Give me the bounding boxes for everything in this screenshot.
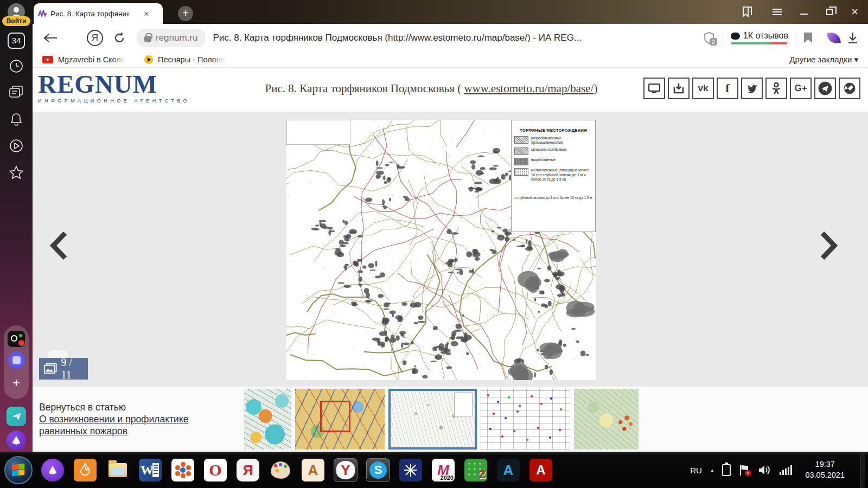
- reviews-count: 1К отзывов: [743, 31, 788, 41]
- browser-toolbar: Я regnum.ru Рис. 8. Карта торфяников Под…: [33, 24, 868, 52]
- add-app-button[interactable]: +: [8, 374, 25, 391]
- browser-tab[interactable]: Рис. 8. Карта торфяник ×: [34, 3, 163, 24]
- tab-counter[interactable]: 34: [8, 33, 25, 49]
- heading-text: Рис. 8. Карта торфяников Подмосковья (: [265, 82, 464, 95]
- taskbar-skype-active[interactable]: S: [367, 459, 390, 481]
- peat-map-image[interactable]: ТОРФЯНЫЕ МЕСТОРОЖДЕНИЯ разрабатываемые п…: [286, 120, 596, 380]
- mathcad-year: 2020: [441, 474, 454, 481]
- legend-swatch: [514, 147, 528, 155]
- taskbar-yandex-app-active[interactable]: Y: [334, 459, 357, 481]
- google-plus-icon: G+: [794, 83, 807, 94]
- minimize-button[interactable]: [800, 14, 808, 15]
- menu-icon[interactable]: [773, 7, 782, 17]
- clock[interactable]: 19:37 03.05.2021: [801, 459, 849, 480]
- taskbar-explorer[interactable]: [106, 459, 129, 481]
- divider: [723, 31, 723, 45]
- taskbar-paint[interactable]: [269, 459, 292, 481]
- bookmarks-bar: Mgzavrebi в Сколк Песняры - Полоне Други…: [33, 52, 868, 68]
- tab-close-icon[interactable]: ×: [144, 9, 149, 18]
- thumbnail-weather-map[interactable]: [244, 389, 291, 450]
- yandex-home-button[interactable]: Я: [87, 30, 103, 46]
- thumbnail-moscow-map[interactable]: [574, 389, 639, 450]
- back-button[interactable]: [43, 33, 58, 43]
- share-vk-button[interactable]: vk: [692, 78, 714, 99]
- previous-image-button[interactable]: [48, 230, 69, 261]
- taskbar-autocad[interactable]: A: [302, 459, 324, 481]
- article-link[interactable]: О возникновении и профилактике равнинных…: [39, 414, 213, 438]
- taskbar-flame-app[interactable]: [74, 459, 97, 481]
- back-to-article: Вернуться в статью О возникновении и про…: [39, 402, 213, 438]
- close-button[interactable]: ×: [851, 7, 858, 17]
- thumbnail-scatter-charts[interactable]: [481, 389, 570, 450]
- refresh-button[interactable]: [113, 31, 126, 44]
- workspace-app-icon[interactable]: [8, 351, 25, 369]
- language-indicator[interactable]: RU: [690, 466, 702, 475]
- taskbar-mathcad[interactable]: M2020: [432, 459, 455, 481]
- heading-source-link[interactable]: www.estometo.ru/map/base/: [464, 82, 593, 95]
- chevron-down-icon: ▾: [854, 55, 858, 64]
- next-image-button[interactable]: [818, 230, 840, 261]
- alice-assistant-icon[interactable]: [7, 431, 26, 450]
- taskbar-word[interactable]: W: [139, 459, 162, 481]
- volume-icon[interactable]: [758, 465, 771, 476]
- restore-button[interactable]: [826, 9, 833, 15]
- taskbar-autodesk[interactable]: A: [497, 459, 520, 481]
- protect-badge: 2: [710, 38, 717, 46]
- hidden-icons-arrow[interactable]: ▴: [711, 467, 714, 474]
- gallery-footer: Вернуться в статью О возникновении и про…: [33, 387, 868, 452]
- youtube-icon: [42, 56, 53, 63]
- notifications-bell-icon[interactable]: [8, 111, 25, 128]
- tab-favicon: [38, 10, 47, 17]
- mini-legend: [454, 393, 473, 416]
- share-odnoklassniki-button[interactable]: [765, 78, 787, 99]
- taskbar-snowflake-app[interactable]: [399, 459, 422, 481]
- battery-icon[interactable]: [722, 464, 731, 476]
- thumbnail-region-map[interactable]: [295, 389, 385, 450]
- share-livejournal-button[interactable]: [839, 78, 860, 99]
- taskbar-acrobat[interactable]: A: [529, 459, 552, 481]
- address-bar[interactable]: regnum.ru: [137, 29, 205, 47]
- collections-icon[interactable]: [741, 6, 754, 18]
- video-play-icon[interactable]: [8, 137, 25, 155]
- notes-icon[interactable]: [8, 84, 25, 101]
- bookmark-flag-icon[interactable]: [804, 33, 812, 43]
- new-tab-button[interactable]: +: [178, 6, 193, 21]
- downloads-icon[interactable]: [847, 32, 858, 44]
- bookmark-item-youtube[interactable]: Mgzavrebi в Сколк: [42, 55, 126, 64]
- messenger-icon[interactable]: [7, 407, 26, 426]
- reviews-widget[interactable]: 1К отзывов: [731, 31, 788, 44]
- login-badge[interactable]: Войти: [2, 16, 30, 26]
- protect-shield-icon[interactable]: 2: [703, 31, 715, 44]
- share-telegram-button[interactable]: [814, 78, 836, 99]
- fullscreen-button[interactable]: [643, 78, 665, 99]
- network-signal-icon[interactable]: [780, 465, 792, 475]
- favorites-star-icon[interactable]: [8, 164, 25, 181]
- other-bookmarks-button[interactable]: Другие закладки ▾: [789, 55, 858, 65]
- start-button[interactable]: [4, 456, 33, 484]
- download-image-button[interactable]: [668, 78, 690, 99]
- share-facebook-button[interactable]: f: [717, 78, 738, 99]
- screen-recorder-icon[interactable]: [8, 331, 25, 347]
- taskbar-picpick[interactable]: [171, 459, 194, 481]
- tray-time: 19:37: [815, 460, 835, 468]
- image-counter-badge: 9 / 11: [39, 358, 88, 380]
- regnum-logo[interactable]: REGNUM ИНФОРМАЦИОННОЕ АГЕНТСТВО: [38, 71, 201, 104]
- history-icon[interactable]: [8, 57, 25, 75]
- screen: Рис. 8. Карта торфяник × + × Я regnum.ru…: [0, 0, 868, 488]
- share-twitter-button[interactable]: [741, 78, 763, 99]
- taskbar-lego-app[interactable]: 2: [464, 459, 487, 481]
- action-center-flag-icon[interactable]: ×: [739, 465, 749, 476]
- snowflake-icon: [404, 463, 418, 477]
- taskbar-alice[interactable]: [41, 459, 64, 481]
- thumbnail-peat-map-selected[interactable]: [388, 389, 477, 450]
- show-desktop-button[interactable]: [860, 452, 865, 488]
- browser-titlebar: Рис. 8. Карта торфяник × + ×: [33, 0, 868, 24]
- taskbar-opera[interactable]: O: [204, 459, 227, 481]
- zen-feather-icon[interactable]: [827, 30, 841, 44]
- windows-taskbar: W O Я A Y S M2020 2 A: [0, 452, 868, 488]
- windows-logo-icon: [12, 464, 25, 477]
- bookmark-item-music[interactable]: Песняры - Полоне: [144, 55, 226, 64]
- share-googleplus-button[interactable]: G+: [790, 78, 812, 99]
- taskbar-yandex-browser[interactable]: Я: [237, 459, 259, 481]
- odnoklassniki-icon: [773, 82, 780, 94]
